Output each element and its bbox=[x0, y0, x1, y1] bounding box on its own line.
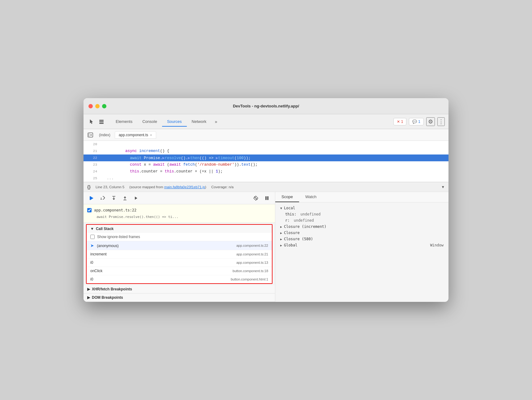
info-count: 1 bbox=[418, 120, 420, 124]
index-tab-label: (index) bbox=[99, 133, 110, 137]
svg-rect-4 bbox=[88, 133, 89, 137]
tab-bar: (index) app.component.ts × bbox=[84, 129, 448, 141]
frame-name-3: i0 bbox=[90, 260, 93, 265]
dom-breakpoints-label: DOM Breakpoints bbox=[92, 295, 123, 300]
layers-icon[interactable] bbox=[97, 117, 106, 126]
index-tab[interactable]: (index) bbox=[96, 132, 114, 138]
call-stack-header[interactable]: ▼ Call Stack bbox=[87, 225, 272, 233]
line-num-25: 25 bbox=[86, 176, 97, 180]
step-out-button[interactable] bbox=[121, 194, 129, 202]
scope-closure[interactable]: ▶ Closure bbox=[275, 230, 448, 236]
frame-name-2: increment bbox=[90, 252, 107, 256]
close-button[interactable] bbox=[88, 104, 93, 108]
closure-580-arrow: ▶ bbox=[280, 237, 282, 241]
nav-tabs: Elements Console Sources Network » bbox=[111, 117, 221, 126]
source-map-link[interactable]: main.fa8bfa0e23f1eb71.js bbox=[164, 185, 205, 189]
scope-closure-580[interactable]: ▶ Closure (580) bbox=[275, 236, 448, 242]
breakpoint-checkbox[interactable] bbox=[87, 208, 92, 212]
frame-loc-2: app.component.ts:21 bbox=[236, 252, 268, 256]
frame-loc-5: button.component.html:1 bbox=[231, 277, 268, 281]
step-into-button[interactable] bbox=[109, 194, 118, 202]
sidebar-toggle-icon[interactable] bbox=[86, 131, 95, 139]
code-editor[interactable]: 20 21 async increment() { 22 await Promi… bbox=[84, 141, 448, 182]
line-num-21: 21 bbox=[86, 149, 97, 153]
scope-content: ▼ Local this: undefined r: undefined ▶ C… bbox=[275, 202, 448, 251]
call-stack-label: Call Stack bbox=[96, 227, 114, 231]
cursor-icon[interactable] bbox=[87, 117, 96, 126]
dom-expand-arrow: ▶ bbox=[87, 295, 90, 300]
devtools-window: DevTools - ng-devtools.netlify.app/ Elem… bbox=[84, 98, 448, 302]
frame-loc-4: button.component.ts:18 bbox=[233, 269, 268, 273]
tab-sources[interactable]: Sources bbox=[162, 117, 187, 126]
call-stack-frame-4[interactable]: onClick button.component.ts:18 bbox=[87, 267, 272, 275]
scope-closure-increment[interactable]: ▶ Closure (increment) bbox=[275, 224, 448, 230]
error-count: 1 bbox=[401, 120, 403, 124]
step-over-button[interactable] bbox=[98, 194, 107, 202]
r-val: undefined bbox=[291, 218, 314, 223]
more-menu-icon[interactable]: ⋮ bbox=[437, 117, 445, 126]
toolbar-icon-group bbox=[87, 117, 106, 126]
error-badge-button[interactable]: ✕ 1 bbox=[393, 118, 407, 125]
local-label: Local bbox=[284, 206, 295, 210]
xhr-breakpoints-header[interactable]: ▶ XHR/fetch Breakpoints bbox=[84, 285, 275, 293]
svg-rect-2 bbox=[99, 123, 104, 124]
step-button[interactable] bbox=[132, 194, 140, 202]
xhr-expand-arrow: ▶ bbox=[87, 287, 90, 291]
r-key: r: bbox=[285, 218, 290, 223]
info-badge-button[interactable]: 💬 1 bbox=[409, 118, 424, 125]
format-icon[interactable]: {} bbox=[87, 185, 91, 189]
call-stack-inner: ▼ Call Stack Show ignore-listed frames ➤… bbox=[87, 225, 272, 283]
scope-global[interactable]: ▶ Global Window bbox=[275, 242, 448, 248]
line-num-20: 20 bbox=[86, 142, 97, 146]
coverage-text: Coverage: n/a bbox=[211, 185, 234, 189]
tab-console[interactable]: Console bbox=[137, 117, 162, 126]
settings-icon[interactable]: ⚙ bbox=[426, 117, 435, 126]
tab-elements[interactable]: Elements bbox=[111, 117, 137, 126]
call-stack-frame-2[interactable]: increment app.component.ts:21 bbox=[87, 250, 272, 259]
scope-this: this: undefined bbox=[275, 211, 448, 217]
pause-on-exceptions-button[interactable] bbox=[263, 194, 271, 202]
closure-increment-arrow: ▶ bbox=[280, 225, 282, 228]
bottom-panel: app.component.ts:22 await Promise.resolv… bbox=[84, 192, 448, 302]
closure-580-label: Closure (580) bbox=[284, 237, 313, 241]
breakpoint-list: app.component.ts:22 await Promise.resolv… bbox=[84, 204, 275, 223]
file-tab[interactable]: app.component.ts × bbox=[115, 131, 156, 139]
global-arrow: ▶ bbox=[280, 244, 282, 247]
svg-rect-20 bbox=[267, 196, 268, 200]
active-frame-indicator: ➤ (anonymous) bbox=[90, 243, 118, 248]
call-stack-frame-3[interactable]: i0 app.component.ts:13 bbox=[87, 259, 272, 267]
svg-marker-6 bbox=[90, 196, 93, 200]
right-panel: Scope Watch ▼ Local this: undefined r: bbox=[275, 192, 448, 302]
code-text-25: ... bbox=[102, 176, 114, 180]
scope-tab-scope[interactable]: Scope bbox=[275, 192, 299, 202]
dom-breakpoints-section: ▶ DOM Breakpoints bbox=[84, 293, 275, 302]
chevron-icon[interactable]: ▼ bbox=[441, 185, 445, 189]
toolbar-right: ✕ 1 💬 1 ⚙ ⋮ bbox=[393, 117, 445, 126]
left-panel: app.component.ts:22 await Promise.resolv… bbox=[84, 192, 275, 302]
call-stack-arrow: ▼ bbox=[90, 227, 94, 231]
status-bar: {} Line 23, Column 5 (source mapped from… bbox=[84, 182, 448, 192]
more-tabs-button[interactable]: » bbox=[211, 119, 221, 124]
scope-tab-watch[interactable]: Watch bbox=[299, 192, 323, 202]
scope-local-header[interactable]: ▼ Local bbox=[275, 205, 448, 211]
xhr-breakpoints-label: XHR/fetch Breakpoints bbox=[92, 287, 132, 291]
closure-label: Closure bbox=[284, 231, 300, 235]
source-map-text: (source mapped from main.fa8bfa0e23f1eb7… bbox=[129, 185, 206, 189]
file-tab-close[interactable]: × bbox=[150, 133, 152, 137]
call-stack-frame-1[interactable]: ➤ (anonymous) app.component.ts:22 bbox=[87, 241, 272, 250]
line-num-24: 24 bbox=[86, 170, 97, 173]
show-ignored-checkbox[interactable] bbox=[90, 235, 95, 239]
window-title: DevTools - ng-devtools.netlify.app/ bbox=[233, 104, 299, 108]
main-toolbar: Elements Console Sources Network » ✕ 1 💬 bbox=[84, 114, 448, 129]
frame-loc-1: app.component.ts:22 bbox=[236, 244, 268, 247]
maximize-button[interactable] bbox=[102, 104, 106, 108]
call-stack-frame-5[interactable]: i0 button.component.html:1 bbox=[87, 275, 272, 283]
resume-button[interactable] bbox=[87, 194, 96, 202]
code-line-24: 24 this.counter = this.counter + (+x || … bbox=[84, 168, 448, 175]
minimize-button[interactable] bbox=[95, 104, 100, 108]
tab-network[interactable]: Network bbox=[187, 117, 212, 126]
dom-breakpoints-header[interactable]: ▶ DOM Breakpoints bbox=[84, 293, 275, 302]
deactivate-breakpoints-button[interactable] bbox=[251, 194, 260, 202]
frame-name-5: i0 bbox=[90, 277, 93, 281]
svg-marker-5 bbox=[91, 134, 92, 136]
